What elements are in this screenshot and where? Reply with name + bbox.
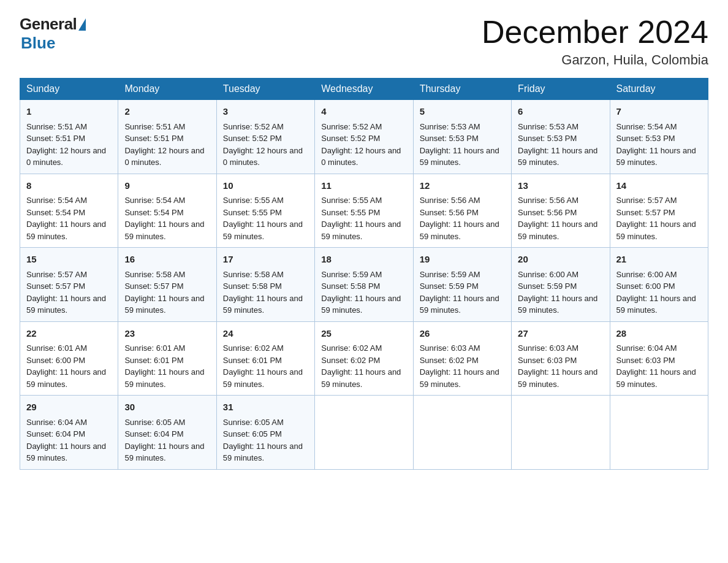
- calendar-cell: 16 Sunrise: 5:58 AM Sunset: 5:57 PM Dayl…: [118, 248, 216, 322]
- day-sunset: Sunset: 6:04 PM: [124, 429, 183, 439]
- day-sunrise: Sunrise: 5:59 AM: [420, 270, 480, 279]
- calendar-cell: 8 Sunrise: 5:54 AM Sunset: 5:54 PM Dayli…: [20, 174, 118, 248]
- day-number: 17: [223, 253, 308, 267]
- day-daylight: Daylight: 11 hours and 59 minutes.: [518, 220, 597, 241]
- day-number: 20: [518, 253, 603, 267]
- day-sunrise: Sunrise: 6:00 AM: [518, 270, 578, 279]
- day-number: 9: [124, 179, 210, 193]
- calendar-cell: 19 Sunrise: 5:59 AM Sunset: 5:59 PM Dayl…: [413, 248, 511, 322]
- day-sunset: Sunset: 6:01 PM: [223, 356, 282, 365]
- day-sunrise: Sunrise: 6:04 AM: [26, 418, 87, 427]
- day-daylight: Daylight: 11 hours and 59 minutes.: [616, 294, 696, 315]
- calendar-cell: [610, 396, 708, 470]
- calendar-cell: 29 Sunrise: 6:04 AM Sunset: 6:04 PM Dayl…: [20, 396, 118, 470]
- day-sunrise: Sunrise: 5:59 AM: [321, 270, 382, 279]
- day-number: 21: [616, 253, 702, 267]
- calendar-header-row: SundayMondayTuesdayWednesdayThursdayFrid…: [20, 79, 708, 100]
- day-sunrise: Sunrise: 5:56 AM: [420, 196, 480, 205]
- day-sunset: Sunset: 5:56 PM: [518, 208, 577, 217]
- day-daylight: Daylight: 11 hours and 59 minutes.: [518, 367, 597, 389]
- day-sunset: Sunset: 5:58 PM: [223, 282, 282, 291]
- day-sunrise: Sunrise: 5:55 AM: [223, 196, 284, 205]
- day-sunset: Sunset: 6:02 PM: [321, 356, 380, 365]
- calendar-week-row: 22 Sunrise: 6:01 AM Sunset: 6:00 PM Dayl…: [20, 321, 708, 396]
- day-daylight: Daylight: 11 hours and 59 minutes.: [223, 442, 303, 463]
- day-number: 14: [616, 179, 702, 193]
- calendar-cell: 13 Sunrise: 5:56 AM Sunset: 5:56 PM Dayl…: [512, 174, 610, 248]
- day-sunset: Sunset: 6:04 PM: [26, 429, 85, 439]
- day-daylight: Daylight: 12 hours and 0 minutes.: [26, 146, 106, 167]
- calendar-cell: [512, 396, 610, 470]
- day-number: 8: [26, 179, 112, 193]
- calendar-cell: 1 Sunrise: 5:51 AM Sunset: 5:51 PM Dayli…: [20, 100, 118, 174]
- calendar-cell: 20 Sunrise: 6:00 AM Sunset: 5:59 PM Dayl…: [512, 248, 610, 322]
- day-daylight: Daylight: 11 hours and 59 minutes.: [223, 294, 303, 315]
- day-sunset: Sunset: 5:55 PM: [321, 208, 380, 217]
- day-number: 18: [321, 253, 406, 267]
- day-sunrise: Sunrise: 6:02 AM: [321, 343, 382, 353]
- day-sunset: Sunset: 5:51 PM: [26, 134, 85, 143]
- day-number: 23: [124, 327, 210, 341]
- day-sunrise: Sunrise: 5:56 AM: [518, 196, 578, 205]
- day-daylight: Daylight: 11 hours and 59 minutes.: [124, 442, 204, 463]
- calendar-cell: 30 Sunrise: 6:05 AM Sunset: 6:04 PM Dayl…: [118, 396, 216, 470]
- day-number: 22: [26, 327, 112, 341]
- calendar-cell: 26 Sunrise: 6:03 AM Sunset: 6:02 PM Dayl…: [413, 321, 511, 396]
- day-daylight: Daylight: 11 hours and 59 minutes.: [124, 294, 204, 315]
- page-header: General Blue December 2024 Garzon, Huila…: [20, 15, 708, 68]
- logo-general-text: General: [20, 15, 77, 34]
- calendar-table: SundayMondayTuesdayWednesdayThursdayFrid…: [20, 78, 708, 470]
- day-daylight: Daylight: 11 hours and 59 minutes.: [321, 367, 401, 389]
- header-saturday: Saturday: [610, 79, 708, 100]
- location-subtitle: Garzon, Huila, Colombia: [482, 52, 708, 68]
- calendar-cell: 17 Sunrise: 5:58 AM Sunset: 5:58 PM Dayl…: [216, 248, 314, 322]
- day-daylight: Daylight: 11 hours and 59 minutes.: [223, 367, 303, 389]
- day-number: 11: [321, 179, 406, 193]
- day-sunrise: Sunrise: 5:51 AM: [124, 122, 185, 131]
- day-sunrise: Sunrise: 6:03 AM: [518, 343, 578, 353]
- calendar-cell: 12 Sunrise: 5:56 AM Sunset: 5:56 PM Dayl…: [413, 174, 511, 248]
- day-daylight: Daylight: 11 hours and 59 minutes.: [616, 220, 696, 241]
- day-daylight: Daylight: 11 hours and 59 minutes.: [26, 220, 106, 241]
- day-number: 29: [26, 400, 112, 415]
- calendar-cell: [413, 396, 511, 470]
- day-daylight: Daylight: 11 hours and 59 minutes.: [518, 146, 597, 167]
- day-sunset: Sunset: 6:02 PM: [420, 356, 479, 365]
- header-wednesday: Wednesday: [315, 79, 413, 100]
- day-daylight: Daylight: 12 hours and 0 minutes.: [321, 146, 401, 167]
- calendar-cell: 14 Sunrise: 5:57 AM Sunset: 5:57 PM Dayl…: [610, 174, 708, 248]
- day-daylight: Daylight: 11 hours and 59 minutes.: [616, 146, 696, 167]
- day-sunrise: Sunrise: 5:52 AM: [321, 122, 382, 131]
- day-sunset: Sunset: 6:00 PM: [26, 356, 85, 365]
- day-number: 28: [616, 327, 702, 341]
- day-daylight: Daylight: 11 hours and 59 minutes.: [124, 367, 204, 389]
- calendar-cell: 28 Sunrise: 6:04 AM Sunset: 6:03 PM Dayl…: [610, 321, 708, 396]
- calendar-cell: 9 Sunrise: 5:54 AM Sunset: 5:54 PM Dayli…: [118, 174, 216, 248]
- day-number: 26: [420, 327, 505, 341]
- day-sunrise: Sunrise: 6:02 AM: [223, 343, 284, 353]
- day-sunset: Sunset: 5:52 PM: [223, 134, 282, 143]
- day-number: 15: [26, 253, 112, 267]
- day-sunrise: Sunrise: 5:54 AM: [124, 196, 185, 205]
- calendar-cell: 24 Sunrise: 6:02 AM Sunset: 6:01 PM Dayl…: [216, 321, 314, 396]
- day-sunrise: Sunrise: 5:58 AM: [223, 270, 284, 279]
- logo-triangle-icon: [78, 18, 86, 31]
- calendar-cell: 27 Sunrise: 6:03 AM Sunset: 6:03 PM Dayl…: [512, 321, 610, 396]
- day-number: 31: [223, 400, 308, 415]
- day-daylight: Daylight: 11 hours and 59 minutes.: [26, 367, 106, 389]
- day-daylight: Daylight: 11 hours and 59 minutes.: [26, 442, 106, 463]
- day-sunset: Sunset: 5:54 PM: [26, 208, 85, 217]
- calendar-cell: 10 Sunrise: 5:55 AM Sunset: 5:55 PM Dayl…: [216, 174, 314, 248]
- header-tuesday: Tuesday: [216, 79, 314, 100]
- day-daylight: Daylight: 11 hours and 59 minutes.: [420, 294, 499, 315]
- day-sunrise: Sunrise: 5:58 AM: [124, 270, 185, 279]
- day-sunset: Sunset: 5:59 PM: [420, 282, 479, 291]
- header-monday: Monday: [118, 79, 216, 100]
- day-sunrise: Sunrise: 5:51 AM: [26, 122, 87, 131]
- day-number: 1: [26, 105, 112, 119]
- day-sunrise: Sunrise: 5:53 AM: [420, 122, 480, 131]
- day-daylight: Daylight: 11 hours and 59 minutes.: [321, 294, 401, 315]
- calendar-cell: 4 Sunrise: 5:52 AM Sunset: 5:52 PM Dayli…: [315, 100, 413, 174]
- day-sunrise: Sunrise: 6:05 AM: [223, 418, 284, 427]
- month-year-title: December 2024: [482, 15, 708, 50]
